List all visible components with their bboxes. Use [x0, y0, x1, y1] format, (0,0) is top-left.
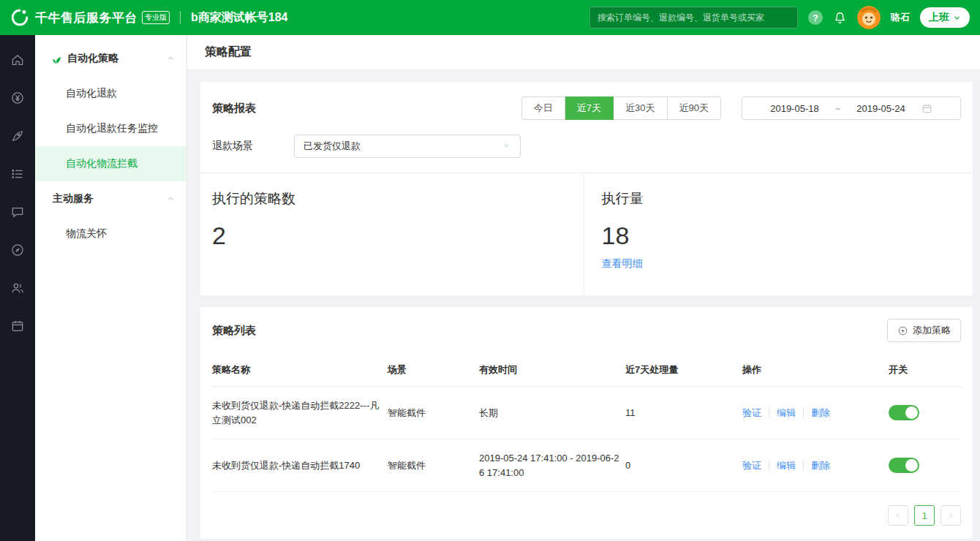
edit-link[interactable]: 编辑	[769, 407, 796, 418]
report-card: 策略报表 今日 近7天 近30天 近90天 2019-05-18 ~ 2019-…	[200, 82, 973, 295]
app-title: 千牛售后服务平台	[35, 10, 137, 26]
next-page-button[interactable]	[941, 505, 961, 526]
rocket-icon[interactable]	[0, 117, 35, 155]
work-status-button[interactable]: 上班	[920, 7, 970, 28]
stat-label: 执行的策略数	[212, 189, 572, 208]
add-strategy-label: 添加策略	[913, 324, 951, 337]
strategy-switch[interactable]	[889, 405, 919, 420]
delete-link[interactable]: 删除	[803, 460, 830, 471]
sidebar-section-proactive-service[interactable]: 主动服务	[35, 181, 186, 216]
strategy-name: 未收到货仅退款-快递自动拦截1740	[212, 439, 388, 492]
section-label: 主动服务	[53, 192, 94, 205]
chevron-down-icon	[502, 141, 511, 152]
table-header-row: 策略名称 场景 有效时间 近7天处理量 操作 开关	[212, 354, 961, 387]
header-divider	[180, 11, 181, 24]
top-bar: 千牛售后服务平台 专业版 b商家测试帐号184 ? 骆石 上班	[0, 0, 980, 35]
strategy-7d-count: 0	[625, 439, 742, 492]
page-title: 策略配置	[187, 35, 980, 70]
col-strategy-name: 策略名称	[212, 354, 388, 387]
refund-scene-label: 退款场景	[212, 140, 253, 153]
bell-icon[interactable]	[833, 11, 847, 25]
prev-page-button[interactable]	[888, 505, 908, 526]
sidebar-item-label: 自动化物流拦截	[66, 157, 137, 170]
delete-link[interactable]: 删除	[803, 407, 830, 418]
date-separator: ~	[835, 103, 841, 114]
qianniu-logo-icon	[10, 8, 29, 27]
col-7d-count: 近7天处理量	[625, 354, 742, 387]
strategy-table: 策略名称 场景 有效时间 近7天处理量 操作 开关 未收到货仅退款-快递自动拦截…	[212, 354, 961, 492]
chevron-up-icon	[167, 193, 175, 205]
username: 骆石	[891, 11, 910, 24]
sidebar: 自动化策略 自动化退款 自动化退款任务监控 自动化物流拦截 主动服务 物流关怀	[35, 35, 187, 541]
strategy-list-card: 策略列表 添加策略 策略名称 场景 有效时	[200, 307, 973, 539]
view-detail-link[interactable]: 查看明细	[602, 257, 643, 270]
edit-link[interactable]: 编辑	[769, 460, 796, 471]
date-range-picker[interactable]: 2019-05-18 ~ 2019-05-24	[742, 97, 961, 120]
sidebar-item-auto-refund[interactable]: 自动化退款	[35, 76, 186, 111]
calendar-icon[interactable]	[0, 307, 35, 345]
list-title: 策略列表	[212, 324, 256, 338]
strategy-7d-count: 11	[625, 387, 742, 439]
plus-circle-icon	[897, 325, 908, 336]
pro-badge: 专业版	[142, 11, 170, 24]
range-30d-button[interactable]: 近30天	[614, 97, 667, 120]
range-90d-button[interactable]: 近90天	[668, 97, 721, 120]
col-actions: 操作	[742, 354, 889, 387]
home-icon[interactable]	[0, 41, 35, 79]
sidebar-section-automation-strategy[interactable]: 自动化策略	[35, 41, 186, 76]
sidebar-item-logistics-care[interactable]: 物流关怀	[35, 216, 186, 251]
page-1-button[interactable]: 1	[914, 505, 935, 526]
strategy-scene: 智能截件	[388, 439, 479, 492]
sidebar-item-auto-logistics-intercept[interactable]: 自动化物流拦截	[35, 146, 186, 181]
refund-icon[interactable]	[0, 79, 35, 117]
verify-link[interactable]: 验证	[742, 407, 761, 418]
section-label: 自动化策略	[67, 52, 118, 65]
table-row: 未收到货仅退款-快递自动拦截2222---凡立测试002 智能截件 长期 11 …	[212, 387, 961, 439]
sidebar-item-label: 物流关怀	[66, 227, 107, 241]
strategy-valid-time: 长期	[479, 387, 625, 439]
col-valid-time: 有效时间	[479, 354, 625, 387]
executed-strategies-stat: 执行的策略数 2	[200, 173, 584, 295]
search-input[interactable]	[589, 7, 798, 29]
strategy-name: 未收到货仅退款-快递自动拦截2222---凡立测试002	[212, 387, 388, 439]
col-scene: 场景	[388, 354, 479, 387]
work-status-label: 上班	[929, 11, 949, 24]
refund-scene-select[interactable]: 已发货仅退款	[294, 135, 521, 158]
account-name: b商家测试帐号184	[191, 10, 287, 26]
add-strategy-button[interactable]: 添加策略	[887, 319, 961, 342]
date-end: 2019-05-24	[856, 103, 905, 114]
sidebar-item-auto-refund-task-monitor[interactable]: 自动化退款任务监控	[35, 111, 186, 146]
range-7d-button[interactable]: 近7天	[565, 97, 614, 120]
leaf-icon	[50, 52, 63, 65]
content: 策略配置 策略报表 今日 近7天 近30天 近90天 2019-05-18 ~ …	[187, 35, 980, 541]
sidebar-item-label: 自动化退款	[66, 87, 117, 100]
stat-value: 2	[212, 222, 572, 250]
strategy-switch[interactable]	[889, 458, 919, 473]
chevron-up-icon	[167, 53, 175, 64]
verify-link[interactable]: 验证	[742, 460, 761, 471]
col-switch: 开关	[889, 354, 961, 387]
content-scroll: 策略报表 今日 近7天 近30天 近90天 2019-05-18 ~ 2019-…	[187, 70, 980, 541]
pagination: 1	[200, 492, 973, 539]
calendar-icon	[921, 103, 932, 114]
refund-scene-value: 已发货仅退款	[304, 140, 361, 153]
task-list-icon[interactable]	[0, 155, 35, 193]
compass-icon[interactable]	[0, 231, 35, 269]
users-icon[interactable]	[0, 269, 35, 307]
strategy-valid-time: 2019-05-24 17:41:00 - 2019-06-26 17:41:0…	[479, 439, 625, 492]
execution-volume-stat: 执行量 18 查看明细	[584, 173, 973, 295]
stat-value: 18	[602, 222, 962, 250]
sidebar-item-label: 自动化退款任务监控	[66, 122, 158, 135]
table-row: 未收到货仅退款-快递自动拦截1740 智能截件 2019-05-24 17:41…	[212, 439, 961, 492]
date-start: 2019-05-18	[770, 103, 819, 114]
date-range-segment: 今日 近7天 近30天 近90天	[521, 97, 721, 120]
avatar[interactable]	[857, 6, 881, 29]
range-today-button[interactable]: 今日	[521, 97, 565, 120]
icon-rail	[0, 35, 35, 541]
chevron-down-icon	[953, 14, 961, 22]
help-icon[interactable]: ?	[808, 10, 823, 25]
report-title: 策略报表	[212, 102, 256, 116]
chat-icon[interactable]	[0, 193, 35, 231]
stat-label: 执行量	[602, 189, 962, 208]
strategy-scene: 智能截件	[388, 387, 479, 439]
